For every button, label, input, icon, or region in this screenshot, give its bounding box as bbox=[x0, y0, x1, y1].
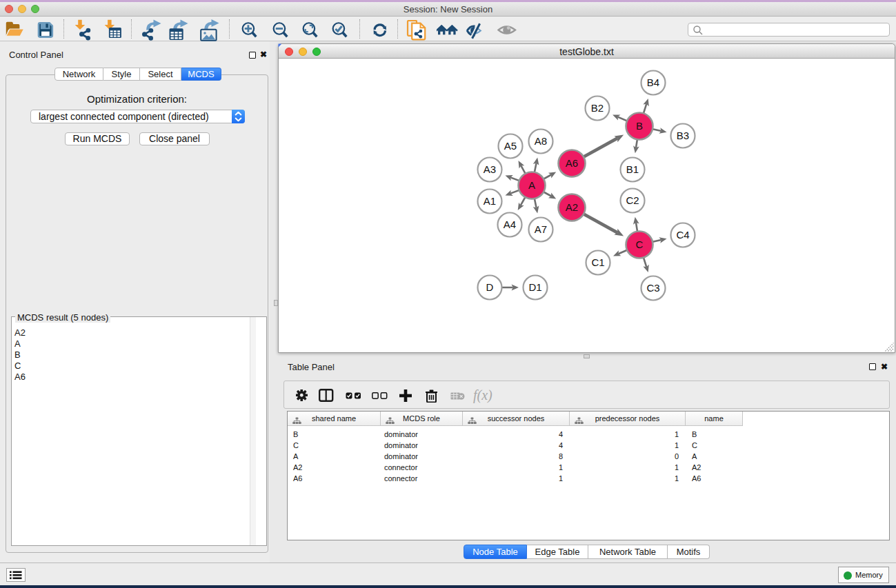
svg-text:C3: C3 bbox=[646, 282, 659, 294]
svg-text:D: D bbox=[486, 281, 494, 293]
svg-text:C1: C1 bbox=[591, 256, 604, 268]
svg-text:A8: A8 bbox=[535, 135, 547, 147]
svg-text:B: B bbox=[636, 120, 643, 132]
svg-text:C2: C2 bbox=[626, 194, 639, 206]
svg-text:B1: B1 bbox=[626, 163, 639, 175]
svg-text:A3: A3 bbox=[484, 163, 496, 175]
svg-text:B3: B3 bbox=[677, 130, 689, 141]
svg-text:A2: A2 bbox=[566, 201, 578, 213]
svg-text:C: C bbox=[636, 239, 644, 250]
svg-text:B4: B4 bbox=[647, 77, 659, 88]
svg-text:A1: A1 bbox=[484, 195, 496, 207]
svg-text:A5: A5 bbox=[504, 140, 517, 152]
svg-text:A7: A7 bbox=[535, 223, 547, 235]
svg-text:A: A bbox=[528, 179, 535, 191]
svg-text:D1: D1 bbox=[528, 281, 541, 293]
svg-text:B2: B2 bbox=[591, 102, 604, 114]
svg-text:C4: C4 bbox=[676, 229, 689, 241]
svg-text:A6: A6 bbox=[566, 157, 578, 169]
svg-text:A4: A4 bbox=[504, 219, 516, 230]
